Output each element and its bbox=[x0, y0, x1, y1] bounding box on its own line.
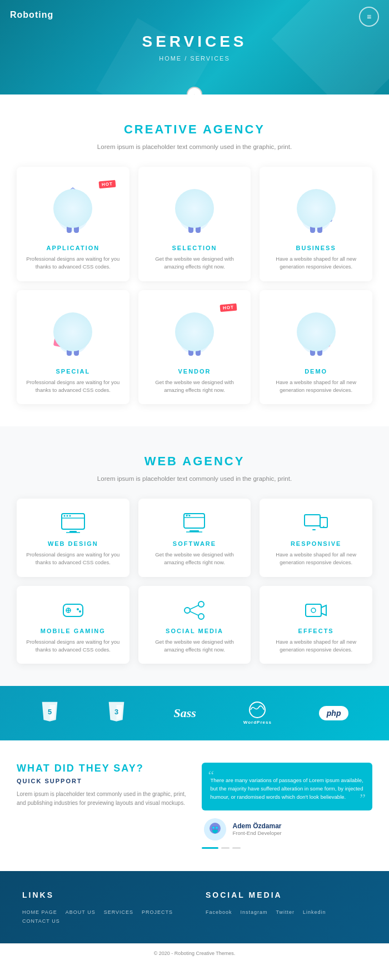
svg-point-103 bbox=[77, 608, 79, 610]
nav-dot-1[interactable] bbox=[202, 847, 218, 849]
css3-icon: 3 bbox=[107, 701, 126, 725]
service-effects-title: EFFECTS bbox=[268, 628, 364, 634]
creative-agency-title: CREATIVE AGENCY bbox=[17, 122, 372, 137]
person-row: Adem Özdamar Front-End Developer bbox=[202, 818, 373, 840]
card-vendor-desc: Get the website we designed with amazing… bbox=[147, 379, 243, 395]
card-application-desc: Professional designs are waiting for you… bbox=[25, 255, 121, 271]
service-responsive-desc: Have a website shaped for all new genera… bbox=[268, 551, 364, 567]
svg-point-127 bbox=[216, 827, 218, 829]
scroll-down-button[interactable]: · bbox=[187, 87, 202, 94]
testimonial-section: WHAT DID THEY SAY? QUICK SUPPORT Lorem i… bbox=[0, 740, 389, 871]
social-media-icon bbox=[182, 600, 207, 621]
mobile-gaming-icon bbox=[61, 600, 86, 621]
service-software-title: SOFTWARE bbox=[147, 540, 243, 547]
service-web-design-title: WEB DESIGN bbox=[25, 540, 121, 547]
software-icon bbox=[182, 513, 207, 534]
html5-icon: 5 bbox=[40, 701, 59, 725]
web-design-icon bbox=[61, 513, 86, 534]
svg-point-99 bbox=[323, 526, 325, 527]
quote-text: There are many variations of passages of… bbox=[211, 772, 364, 802]
service-responsive: RESPONSIVE Have a website shaped for all… bbox=[260, 499, 372, 577]
card-special-desc: Professional designs are waiting for you… bbox=[25, 379, 121, 395]
nav-menu-button[interactable]: ≡ bbox=[359, 7, 379, 27]
service-effects-desc: Have a website shaped for all new genera… bbox=[268, 638, 364, 654]
svg-point-113 bbox=[311, 608, 316, 613]
robot-illustration-4 bbox=[25, 301, 121, 362]
footer-link-services[interactable]: SERVICES bbox=[104, 909, 133, 915]
card-business-title: BUSINESS bbox=[268, 245, 364, 251]
css3-logo: 3 bbox=[107, 702, 126, 725]
svg-point-87 bbox=[69, 515, 71, 517]
service-web-design-desc: Professional designs are waiting for you… bbox=[25, 551, 121, 567]
card-selection-title: SELECTION bbox=[147, 245, 243, 251]
person-info: Adem Özdamar Front-End Developer bbox=[233, 822, 282, 836]
nav-dot-2[interactable] bbox=[221, 847, 230, 849]
social-link-instagram[interactable]: instagram bbox=[241, 909, 268, 915]
php-logo: php bbox=[319, 706, 349, 720]
card-vendor-title: VENDOR bbox=[147, 368, 243, 375]
card-demo-desc: Have a website shaped for all new genera… bbox=[268, 379, 364, 395]
svg-rect-96 bbox=[186, 513, 189, 516]
card-business-desc: Have a website shaped for all new genera… bbox=[268, 255, 364, 271]
service-social-media-title: SOCIAL MEDIA bbox=[147, 628, 243, 634]
service-mobile-gaming-desc: Professional designs are waiting for you… bbox=[25, 638, 121, 654]
card-demo: DEMO Have a website shaped for all new g… bbox=[260, 290, 372, 405]
web-agency-subtitle: Lorem ipsum is placeholder text commonly… bbox=[17, 475, 372, 482]
testimonial-right: “ There are many variations of passages … bbox=[202, 763, 373, 849]
svg-line-111 bbox=[190, 611, 198, 615]
sass-logo: Sass bbox=[173, 706, 196, 720]
card-selection-desc: Get the website we designed with amazing… bbox=[147, 255, 243, 271]
testimonial-desc: Lorem ipsum is placeholder text commonly… bbox=[17, 790, 188, 808]
card-demo-title: DEMO bbox=[268, 368, 364, 375]
service-mobile-gaming: MOBILE GAMING Professional designs are w… bbox=[17, 586, 129, 664]
html5-logo: 5 bbox=[40, 702, 59, 725]
footer: LINKS HOME PAGE ABOUT US SERVICES PROJEC… bbox=[0, 871, 389, 943]
svg-point-104 bbox=[79, 610, 81, 613]
avatar-image bbox=[204, 818, 226, 840]
wordpress-logo: WordPress bbox=[243, 702, 272, 725]
footer-link-about[interactable]: ABOUT US bbox=[66, 909, 96, 915]
footer-links-list: HOME PAGE ABOUT US SERVICES PROJECTS CON… bbox=[22, 909, 183, 924]
testimonial-subheading: QUICK SUPPORT bbox=[17, 778, 188, 784]
footer-bottom: © 2020 - Roboting Creative Themes. bbox=[0, 943, 389, 963]
service-mobile-gaming-title: MOBILE GAMING bbox=[25, 628, 121, 634]
page-title: SERVICES bbox=[142, 33, 247, 51]
footer-links-col: LINKS HOME PAGE ABOUT US SERVICES PROJEC… bbox=[22, 891, 183, 924]
copyright: © 2020 - Roboting Creative Themes. bbox=[154, 951, 236, 956]
footer-link-home[interactable]: HOME PAGE bbox=[22, 909, 57, 915]
service-effects: EFFECTS Have a website shaped for all ne… bbox=[260, 586, 372, 664]
responsive-icon bbox=[303, 513, 328, 534]
brand-logo[interactable]: Roboting bbox=[10, 10, 53, 20]
creative-cards-grid: HOT APPLICATION Professional designs are… bbox=[17, 167, 372, 404]
social-link-twitter[interactable]: twitter bbox=[276, 909, 295, 915]
testimonial-left: WHAT DID THEY SAY? QUICK SUPPORT Lorem i… bbox=[17, 763, 188, 808]
svg-rect-97 bbox=[305, 515, 320, 526]
card-application: HOT APPLICATION Professional designs are… bbox=[17, 167, 129, 281]
service-social-media-desc: Get the website we designed with amazing… bbox=[147, 638, 243, 654]
robot-illustration-2 bbox=[147, 178, 243, 239]
person-name: Adem Özdamar bbox=[233, 822, 282, 830]
svg-point-120 bbox=[250, 702, 265, 718]
quote-close: ” bbox=[360, 791, 366, 806]
nav-dot-3[interactable] bbox=[232, 847, 241, 849]
svg-point-86 bbox=[66, 515, 68, 517]
testimonial-nav bbox=[202, 847, 373, 849]
footer-links-title: LINKS bbox=[22, 891, 183, 899]
web-services-grid: WEB DESIGN Professional designs are wait… bbox=[17, 499, 372, 664]
social-link-linkedin[interactable]: linkedin bbox=[303, 909, 326, 915]
svg-line-110 bbox=[190, 605, 198, 609]
header: Roboting ≡ SERVICES HOME / SERVICES · bbox=[0, 0, 389, 94]
social-link-facebook[interactable]: facebook bbox=[206, 909, 232, 915]
web-agency-section: WEB AGENCY Lorem ipsum is placeholder te… bbox=[0, 426, 389, 686]
svg-point-107 bbox=[198, 601, 204, 607]
social-links-list: facebook instagram twitter linkedin bbox=[206, 909, 367, 915]
service-software: SOFTWARE Get the website we designed wit… bbox=[138, 499, 251, 577]
footer-link-contact[interactable]: CONTACT US bbox=[22, 918, 60, 924]
service-software-desc: Get the website we designed with amazing… bbox=[147, 551, 243, 567]
service-social-media: SOCIAL MEDIA Get the website we designed… bbox=[138, 586, 251, 664]
svg-text:3: 3 bbox=[114, 708, 118, 716]
avatar bbox=[204, 818, 226, 840]
footer-link-projects[interactable]: PROJECTS bbox=[142, 909, 173, 915]
card-special: SPECIAL Professional designs are waiting… bbox=[17, 290, 129, 405]
robot-illustration-6 bbox=[268, 301, 364, 362]
